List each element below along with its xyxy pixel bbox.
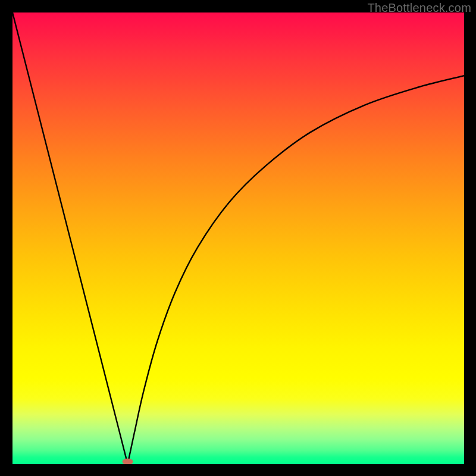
watermark-text: TheBottleneck.com bbox=[367, 1, 471, 15]
curve-right-branch bbox=[128, 76, 464, 464]
curve-left-branch bbox=[12, 12, 128, 464]
minimum-marker bbox=[123, 459, 133, 465]
chart-svg bbox=[12, 12, 464, 464]
